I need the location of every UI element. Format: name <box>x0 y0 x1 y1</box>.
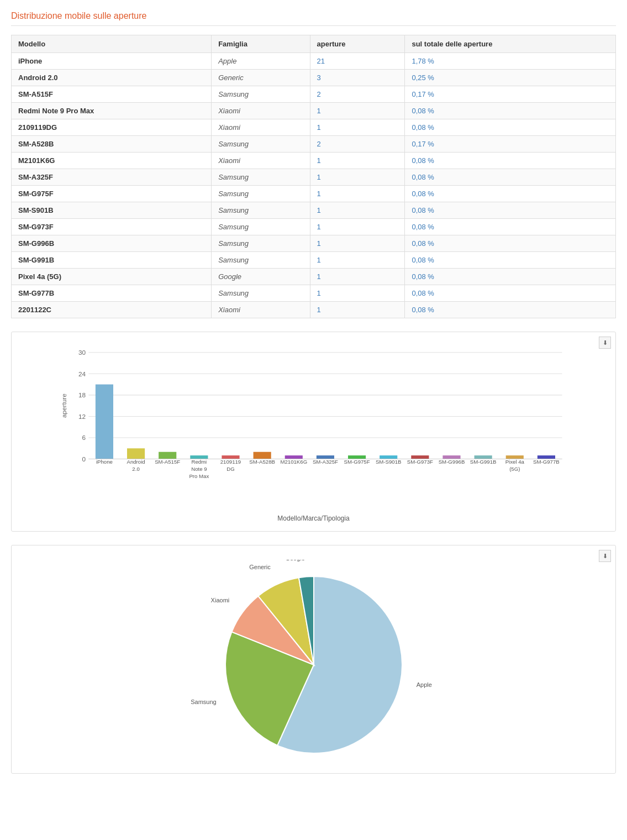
table-cell-1-0: Android 2.0 <box>12 70 212 86</box>
table-cell-13-2: 1 <box>310 269 405 285</box>
table-row: SM-G996BSamsung10,08 % <box>12 235 616 252</box>
table-cell-8-0: SM-G975F <box>12 186 212 202</box>
table-cell-6-2: 1 <box>310 153 405 169</box>
table-cell-10-2: 1 <box>310 219 405 235</box>
table-row: SM-S901BSamsung10,08 % <box>12 202 616 219</box>
bar-chart-area: 0612182430apertureiPhoneAndroid2.0SM-A51… <box>20 347 607 512</box>
table-row: iPhoneApple211,78 % <box>12 53 616 70</box>
table-row: SM-A325FSamsung10,08 % <box>12 169 616 186</box>
svg-text:SM-G996B: SM-G996B <box>439 459 465 465</box>
table-row: SM-G977BSamsung10,08 % <box>12 285 616 302</box>
svg-text:iPhone: iPhone <box>96 459 113 465</box>
table-cell-0-1: Apple <box>212 53 310 70</box>
table-cell-4-3: 0,08 % <box>405 119 616 136</box>
table-cell-6-3: 0,08 % <box>405 153 616 169</box>
svg-text:Google: Google <box>285 560 304 561</box>
table-row: Android 2.0Generic30,25 % <box>12 70 616 86</box>
table-cell-13-1: Google <box>212 269 310 285</box>
bar-chart-x-label: Modello/Marca/Tipologia <box>20 514 607 522</box>
table-row: Pixel 4a (5G)Google10,08 % <box>12 269 616 285</box>
table-row: M2101K6GXiaomi10,08 % <box>12 153 616 169</box>
svg-text:SM-S901B: SM-S901B <box>376 459 402 465</box>
svg-text:18: 18 <box>78 391 86 398</box>
svg-text:SM-G977B: SM-G977B <box>533 459 560 465</box>
table-cell-3-1: Xiaomi <box>212 103 310 119</box>
table-cell-15-2: 1 <box>310 302 405 318</box>
table-cell-10-1: Samsung <box>212 219 310 235</box>
page-title: Distribuzione mobile sulle aperture <box>11 11 616 26</box>
svg-text:SM-G973F: SM-G973F <box>407 459 433 465</box>
svg-text:Note 9: Note 9 <box>191 466 207 472</box>
svg-text:SM-A515F: SM-A515F <box>155 459 180 465</box>
bar-chart-svg: 0612182430apertureiPhoneAndroid2.0SM-A51… <box>20 347 607 512</box>
table-cell-5-1: Samsung <box>212 136 310 153</box>
svg-text:24: 24 <box>78 370 86 377</box>
table-cell-5-2: 2 <box>310 136 405 153</box>
table-row: Redmi Note 9 Pro MaxXiaomi10,08 % <box>12 103 616 119</box>
table-header: ModelloFamigliaaperturesul totale delle … <box>12 35 616 53</box>
table-cell-13-3: 0,08 % <box>405 269 616 285</box>
table-cell-3-2: 1 <box>310 103 405 119</box>
table-cell-7-0: SM-A325F <box>12 169 212 186</box>
svg-text:2109119: 2109119 <box>220 459 241 465</box>
svg-text:Samsung: Samsung <box>191 699 216 705</box>
table-cell-2-0: SM-A515F <box>12 86 212 103</box>
svg-text:Android: Android <box>127 459 145 465</box>
svg-text:30: 30 <box>78 349 86 356</box>
table-cell-12-1: Samsung <box>212 252 310 269</box>
svg-text:(5G): (5G) <box>509 466 520 472</box>
table-cell-12-3: 0,08 % <box>405 252 616 269</box>
table-cell-12-0: SM-G991B <box>12 252 212 269</box>
table-cell-14-0: SM-G977B <box>12 285 212 302</box>
table-column-header: sul totale delle aperture <box>405 35 616 53</box>
table-cell-7-1: Samsung <box>212 169 310 186</box>
table-row: SM-A515FSamsung20,17 % <box>12 86 616 103</box>
table-cell-10-3: 0,08 % <box>405 219 616 235</box>
table-cell-4-0: 2109119DG <box>12 119 212 136</box>
table-cell-3-3: 0,08 % <box>405 103 616 119</box>
table-cell-0-0: iPhone <box>12 53 212 70</box>
table-row: 2201122CXiaomi10,08 % <box>12 302 616 318</box>
table-cell-13-0: Pixel 4a (5G) <box>12 269 212 285</box>
svg-text:12: 12 <box>78 413 86 420</box>
table-cell-14-3: 0,08 % <box>405 285 616 302</box>
table-row: 2109119DGXiaomi10,08 % <box>12 119 616 136</box>
svg-text:SM-A528B: SM-A528B <box>249 459 275 465</box>
table-cell-4-2: 1 <box>310 119 405 136</box>
table-cell-14-1: Samsung <box>212 285 310 302</box>
table-cell-6-0: M2101K6G <box>12 153 212 169</box>
svg-rect-18 <box>159 452 176 459</box>
table-cell-0-3: 1,78 % <box>405 53 616 70</box>
table-cell-7-2: 1 <box>310 169 405 186</box>
table-column-header: Famiglia <box>212 35 310 53</box>
table-cell-9-3: 0,08 % <box>405 202 616 219</box>
table-cell-1-1: Generic <box>212 70 310 86</box>
svg-text:aperture: aperture <box>60 393 67 418</box>
svg-text:2.0: 2.0 <box>132 466 139 472</box>
table-cell-8-1: Samsung <box>212 186 310 202</box>
table-cell-15-0: 2201122C <box>12 302 212 318</box>
table-cell-0-2: 21 <box>310 53 405 70</box>
table-cell-11-3: 0,08 % <box>405 235 616 252</box>
table-cell-2-1: Samsung <box>212 86 310 103</box>
table-row: SM-A528BSamsung20,17 % <box>12 136 616 153</box>
svg-text:Xiaomi: Xiaomi <box>210 597 229 603</box>
svg-text:6: 6 <box>82 434 86 441</box>
table-cell-1-2: 3 <box>310 70 405 86</box>
pie-chart-area: AppleSamsungXiaomiGenericGoogle <box>20 554 607 764</box>
svg-text:SM-A325F: SM-A325F <box>313 459 338 465</box>
svg-text:SM-G991B: SM-G991B <box>470 459 497 465</box>
table-cell-9-2: 1 <box>310 202 405 219</box>
table-row: SM-G975FSamsung10,08 % <box>12 186 616 202</box>
pie-chart-container: ⬇ AppleSamsungXiaomiGenericGoogle <box>11 545 616 774</box>
table-cell-8-3: 0,08 % <box>405 186 616 202</box>
table-cell-15-1: Xiaomi <box>212 302 310 318</box>
table-cell-2-3: 0,17 % <box>405 86 616 103</box>
table-cell-5-3: 0,17 % <box>405 136 616 153</box>
table-cell-10-0: SM-G973F <box>12 219 212 235</box>
svg-text:0: 0 <box>82 455 86 463</box>
svg-rect-27 <box>254 452 271 459</box>
table-cell-8-2: 1 <box>310 186 405 202</box>
table-cell-2-2: 2 <box>310 86 405 103</box>
table-cell-9-0: SM-S901B <box>12 202 212 219</box>
